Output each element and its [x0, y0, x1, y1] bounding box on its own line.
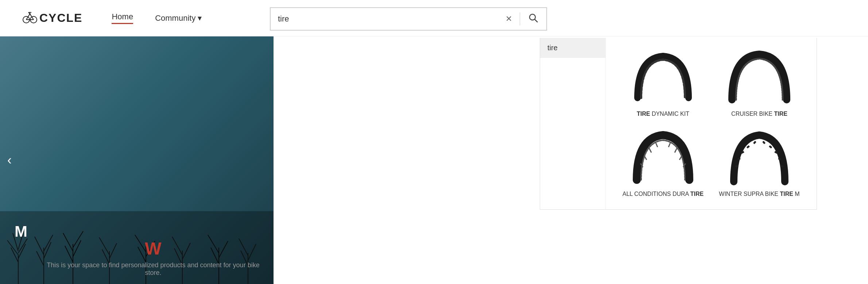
- welcome-subtitle: This is your space to find personalized …: [40, 261, 266, 277]
- welcome-section: W This is your space to find personalize…: [33, 231, 274, 284]
- prev-slide-button[interactable]: ‹: [7, 153, 12, 168]
- suggestion-list: tire: [540, 38, 606, 209]
- search-bar: ✕: [270, 7, 547, 31]
- product-grid: TIRE DYNAMIC KIT CRUISER BIKE TIRE: [606, 38, 817, 209]
- product-card-4[interactable]: WINTER SUPRA BIKE TIRE M: [713, 125, 806, 202]
- logo[interactable]: CYCLE: [22, 9, 82, 28]
- search-clear-button[interactable]: ✕: [498, 7, 520, 31]
- product-name-1: TIRE DYNAMIC KIT: [637, 110, 689, 118]
- logo-icon: [22, 9, 38, 28]
- search-dropdown: tire TIRE DYNAMIC KIT: [540, 38, 817, 210]
- svg-point-9: [530, 14, 535, 20]
- product-card-1[interactable]: TIRE DYNAMIC KIT: [617, 45, 709, 122]
- product-name-3: ALL CONDITIONS DURA TIRE: [623, 190, 704, 198]
- product-image-1: [627, 49, 700, 107]
- nav-community[interactable]: Community ▾: [155, 13, 202, 23]
- nav-community-label: Community: [155, 13, 195, 23]
- product-card-3[interactable]: ALL CONDITIONS DURA TIRE: [617, 125, 709, 202]
- product-image-4: [723, 129, 796, 187]
- svg-rect-14: [747, 145, 750, 149]
- svg-rect-20: [762, 141, 766, 144]
- search-input[interactable]: [271, 14, 498, 24]
- svg-rect-19: [769, 145, 772, 149]
- nav-home[interactable]: Home: [112, 12, 133, 24]
- product-card-2[interactable]: CRUISER BIKE TIRE: [713, 45, 806, 122]
- product-image-3: [627, 129, 700, 187]
- product-name-2: CRUISER BIKE TIRE: [731, 110, 787, 118]
- main-nav: Home Community ▾: [112, 12, 202, 24]
- search-icon: [528, 13, 538, 25]
- close-icon: ✕: [505, 14, 512, 24]
- logo-text: CYCLE: [39, 11, 82, 25]
- welcome-title: W: [40, 238, 266, 259]
- svg-line-10: [535, 19, 538, 22]
- product-image-2: [723, 49, 796, 107]
- search-container: ✕ tire: [270, 7, 547, 31]
- chevron-down-icon: ▾: [198, 13, 202, 23]
- product-name-4: WINTER SUPRA BIKE TIRE M: [719, 190, 799, 198]
- search-submit-button[interactable]: [520, 7, 546, 31]
- suggestion-item[interactable]: tire: [540, 38, 605, 58]
- svg-point-7: [29, 13, 31, 15]
- svg-rect-15: [753, 141, 756, 144]
